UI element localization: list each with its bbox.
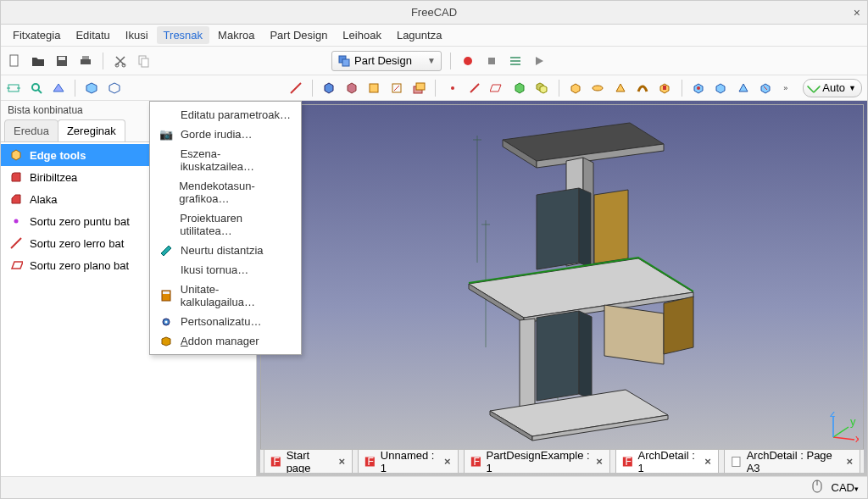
loft-icon[interactable]: [612, 80, 627, 97]
groove-icon[interactable]: [713, 80, 728, 97]
status-bar: CAD▾: [1, 476, 867, 498]
menuitem-units-calc[interactable]: Unitate-kalkulagailua…: [150, 280, 301, 312]
window-close-button[interactable]: ×: [854, 6, 860, 19]
close-icon[interactable]: ×: [594, 455, 604, 468]
subloft-icon[interactable]: [735, 80, 750, 97]
view-iso-icon[interactable]: [84, 80, 99, 97]
doctab-label: ArchDetail : Page A3: [747, 449, 841, 473]
view-menu-icon[interactable]: [107, 80, 122, 97]
doctab-label: Start page: [287, 449, 333, 473]
new-file-icon[interactable]: [6, 53, 23, 69]
doctab-partdesign[interactable]: F PartDesignExample : 1 ×: [464, 449, 610, 473]
sweep-icon[interactable]: [635, 80, 650, 97]
separator: [103, 53, 103, 69]
doctab-label: PartDesignExample : 1: [486, 449, 590, 473]
svg-text:F: F: [274, 455, 280, 467]
datum-plane-icon[interactable]: [489, 80, 504, 97]
svg-rect-13: [510, 57, 520, 58]
nav-style[interactable]: CAD▾: [832, 481, 859, 494]
menu-macro[interactable]: Makroa: [211, 26, 261, 44]
clone-icon[interactable]: [534, 80, 549, 97]
menuitem-edit-params[interactable]: Editatu parametroak…: [150, 105, 301, 125]
partdesign-icon: [337, 54, 351, 68]
menu-windows[interactable]: Leihoak: [336, 26, 388, 44]
task-label: Sortu zero puntu bat: [30, 215, 130, 228]
doctab-archdetail-page[interactable]: ArchDetail : Page A3 ×: [724, 449, 860, 473]
shapebinder-icon[interactable]: [512, 80, 527, 97]
3d-model: [409, 101, 715, 449]
svg-rect-3: [81, 59, 91, 64]
doctab-archdetail[interactable]: F ArchDetail : 1 ×: [615, 449, 719, 473]
document-tabs: F Start page × F Unnamed : 1 × F PartDes…: [260, 449, 864, 473]
save-file-icon[interactable]: [53, 53, 70, 69]
part-body-icon[interactable]: [344, 80, 359, 97]
svg-rect-47: [732, 457, 740, 466]
macro-record-icon[interactable]: [459, 53, 476, 69]
close-icon[interactable]: ×: [703, 455, 713, 468]
task-label: Sortu zero lerro bat: [30, 237, 124, 250]
close-icon[interactable]: ×: [442, 455, 453, 468]
menu-tools[interactable]: Tresnak: [157, 26, 209, 44]
hole-icon[interactable]: [691, 80, 706, 97]
freecad-icon: F: [270, 455, 282, 469]
print-icon[interactable]: [77, 53, 94, 69]
macro-run-icon[interactable]: [531, 53, 548, 69]
menu-help[interactable]: Laguntza: [390, 26, 449, 44]
menuitem-addon-manager[interactable]: Addon manager: [150, 331, 301, 351]
close-icon[interactable]: ×: [844, 455, 854, 468]
point-icon: [9, 214, 23, 228]
menu-edit[interactable]: Editatu: [69, 26, 116, 44]
cut-icon[interactable]: [112, 53, 129, 69]
toolbar-secondary: » Auto ▼: [1, 75, 867, 101]
menuitem-customize[interactable]: Pertsonalizatu…: [150, 312, 301, 331]
auto-constraint-button[interactable]: Auto ▼: [803, 79, 862, 97]
copy-icon[interactable]: [136, 53, 153, 69]
tab-model[interactable]: Eredua: [4, 119, 58, 142]
menuitem-proj-util[interactable]: Proiektuaren utilitatea…: [150, 208, 301, 241]
doctab-start[interactable]: F Start page ×: [264, 449, 353, 473]
menuitem-view-turntable[interactable]: Ikusi tornua…: [150, 260, 301, 280]
open-file-icon[interactable]: [30, 53, 47, 69]
3d-viewport[interactable]: x y z F Start page × F Unnamed : 1 × F P…: [257, 101, 867, 476]
macro-list-icon[interactable]: [507, 53, 524, 69]
measure-linear-icon[interactable]: [288, 80, 303, 97]
menuitem-measure-dist[interactable]: Neurtu distantzia: [150, 241, 301, 260]
pocket-icon[interactable]: [657, 80, 672, 97]
menu-partdesign[interactable]: Part Design: [263, 26, 334, 44]
menu-view[interactable]: Ikusi: [119, 26, 155, 44]
sketch-map-icon[interactable]: [411, 80, 426, 97]
fit-all-icon[interactable]: [6, 80, 21, 97]
close-icon[interactable]: ×: [337, 455, 348, 468]
workbench-selector[interactable]: Part Design ▼: [331, 51, 442, 71]
pad-icon[interactable]: [567, 80, 582, 97]
workbench-label: Part Design: [354, 54, 412, 67]
menu-file[interactable]: Fitxategia: [6, 26, 67, 44]
separator: [435, 80, 436, 97]
menuitem-save-image[interactable]: 📷Gorde irudia…: [150, 125, 301, 144]
part-box-icon[interactable]: [321, 80, 337, 97]
freecad-icon: F: [470, 455, 482, 469]
toolbar-overflow-icon[interactable]: »: [780, 84, 789, 92]
svg-text:F: F: [473, 455, 479, 467]
check-icon: [807, 79, 821, 93]
doctab-unnamed[interactable]: F Unnamed : 1 ×: [358, 449, 459, 473]
calculator-icon: [159, 290, 174, 302]
svg-rect-4: [82, 56, 89, 59]
menuitem-scene-inspector[interactable]: Eszena-ikuskatzailea…: [150, 144, 301, 176]
datum-line-icon[interactable]: [467, 80, 482, 97]
task-label: Alaka: [30, 193, 58, 206]
draw-style-icon[interactable]: [51, 80, 66, 97]
subsweep-icon[interactable]: [758, 80, 773, 97]
revolve-icon[interactable]: [590, 80, 605, 97]
sketch-new-icon[interactable]: [366, 80, 381, 97]
datum-point-icon[interactable]: [444, 80, 459, 97]
title-bar: FreeCAD ×: [1, 1, 867, 25]
fit-selection-icon[interactable]: [28, 80, 43, 97]
tab-tasks[interactable]: Zereginak: [58, 119, 125, 142]
menuitem-dep-graph[interactable]: Mendekotasun-grafikoa…: [150, 176, 301, 208]
macro-stop-icon[interactable]: [483, 53, 500, 69]
svg-rect-8: [142, 58, 148, 67]
chamfer-icon: [9, 192, 23, 206]
svg-text:x: x: [855, 432, 859, 445]
sketch-edit-icon[interactable]: [389, 80, 404, 97]
